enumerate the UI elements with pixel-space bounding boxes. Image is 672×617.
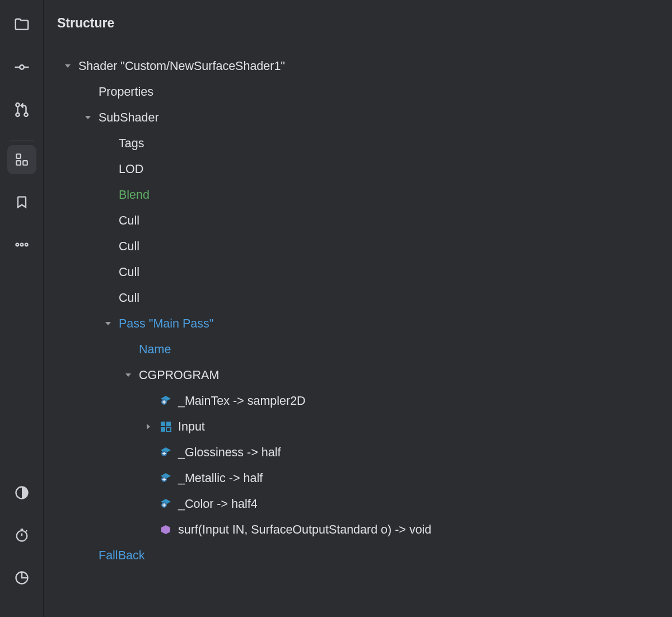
svg-point-8 xyxy=(20,244,23,246)
tree-node-name[interactable]: Name xyxy=(44,336,672,362)
tree-node-glossiness[interactable]: _Glossiness -> half xyxy=(44,440,672,465)
tree-item-label: Cull xyxy=(119,291,139,305)
more-tool-button[interactable] xyxy=(7,230,36,259)
tree-node-subshader[interactable]: SubShader xyxy=(44,105,672,130)
tree-node-blend[interactable]: Blend xyxy=(44,182,672,208)
structure-tree[interactable]: Shader "Custom/NewSurfaceShader1" Proper… xyxy=(44,53,672,568)
variable-icon xyxy=(159,497,172,511)
tree-node-fallback[interactable]: FallBack xyxy=(44,543,672,568)
tree-node-surf-func[interactable]: surf(Input IN, SurfaceOutputStandard o) … xyxy=(44,517,672,543)
tree-item-label: _Color -> half4 xyxy=(178,497,258,511)
tree-item-label: Pass "Main Pass" xyxy=(119,317,213,331)
tree-item-label: LOD xyxy=(119,162,143,176)
rail-divider xyxy=(10,140,34,141)
tree-node-lod[interactable]: LOD xyxy=(44,156,672,182)
tree-node-cull[interactable]: Cull xyxy=(44,208,672,233)
tree-item-label: Blend xyxy=(119,188,150,202)
variable-icon xyxy=(159,394,172,408)
svg-point-9 xyxy=(25,244,27,246)
tree-node-tags[interactable]: Tags xyxy=(44,130,672,156)
tree-node-cull[interactable]: Cull xyxy=(44,233,672,259)
analyze-tool-button[interactable] xyxy=(7,563,36,592)
svg-rect-16 xyxy=(161,427,165,432)
notifications-tool-button[interactable] xyxy=(7,478,36,507)
tree-item-label: surf(Input IN, SurfaceOutputStandard o) … xyxy=(178,523,431,537)
svg-point-7 xyxy=(16,244,18,246)
svg-rect-6 xyxy=(23,161,27,165)
tree-item-label: _Glossiness -> half xyxy=(178,446,281,460)
svg-point-1 xyxy=(16,103,19,106)
tool-window-rail xyxy=(0,0,44,617)
tree-node-cgprogram[interactable]: CGPROGRAM xyxy=(44,362,672,388)
bookmarks-tool-button[interactable] xyxy=(7,188,36,217)
chevron-down-icon[interactable] xyxy=(81,110,95,125)
stopwatch-icon xyxy=(14,527,30,543)
structure-panel: Structure Shader "Custom/NewSurfaceShade… xyxy=(44,0,672,617)
tree-item-label: SubShader xyxy=(99,111,159,125)
tree-item-label: Shader "Custom/NewSurfaceShader1" xyxy=(78,59,285,73)
tree-node-pass[interactable]: Pass "Main Pass" xyxy=(44,311,672,336)
variable-icon xyxy=(159,471,172,485)
commit-icon xyxy=(13,59,30,76)
svg-rect-5 xyxy=(16,161,21,165)
svg-rect-14 xyxy=(161,422,165,426)
chevron-down-icon[interactable] xyxy=(60,59,75,73)
folder-icon xyxy=(13,16,30,33)
tree-node-cull[interactable]: Cull xyxy=(44,285,672,311)
commit-tool-button[interactable] xyxy=(7,53,36,82)
tree-node-maintex[interactable]: _MainTex -> sampler2D xyxy=(44,388,672,414)
half-circle-icon xyxy=(14,485,30,501)
tree-item-label: CGPROGRAM xyxy=(139,368,219,382)
tree-item-label: FallBack xyxy=(99,549,144,563)
struct-icon xyxy=(159,420,172,433)
tree-node-color[interactable]: _Color -> half4 xyxy=(44,491,672,517)
svg-point-3 xyxy=(24,113,27,116)
chevron-right-icon[interactable] xyxy=(141,419,156,434)
bookmark-icon xyxy=(14,194,30,210)
pull-request-icon xyxy=(13,101,30,118)
chevron-down-icon[interactable] xyxy=(101,316,115,331)
tree-node-properties[interactable]: Properties xyxy=(44,79,672,105)
svg-rect-4 xyxy=(16,154,21,158)
svg-point-0 xyxy=(20,65,24,69)
pie-chart-icon xyxy=(14,570,30,586)
tree-item-label: Tags xyxy=(119,137,144,151)
svg-rect-17 xyxy=(166,427,171,432)
structure-tool-button[interactable] xyxy=(7,145,36,174)
svg-point-2 xyxy=(16,113,19,116)
tree-node-input[interactable]: Input xyxy=(44,414,672,440)
panel-title: Structure xyxy=(44,16,672,31)
tree-node-cull[interactable]: Cull xyxy=(44,259,672,285)
tree-node-metallic[interactable]: _Metallic -> half xyxy=(44,465,672,491)
pull-requests-tool-button[interactable] xyxy=(7,95,36,124)
method-icon xyxy=(159,523,172,536)
tree-item-label: Name xyxy=(139,343,171,357)
variable-icon xyxy=(159,446,172,459)
tree-item-label: Cull xyxy=(119,240,139,254)
tree-item-label: Cull xyxy=(119,214,139,228)
tree-item-label: Properties xyxy=(99,85,153,99)
tree-node-shader[interactable]: Shader "Custom/NewSurfaceShader1" xyxy=(44,53,672,79)
tree-item-label: _Metallic -> half xyxy=(178,471,263,485)
more-icon xyxy=(14,237,30,253)
tree-item-label: _MainTex -> sampler2D xyxy=(178,394,306,408)
tree-item-label: Cull xyxy=(119,265,139,279)
timer-tool-button[interactable] xyxy=(7,521,36,550)
svg-rect-15 xyxy=(166,422,171,426)
structure-icon xyxy=(15,152,29,167)
tree-item-label: Input xyxy=(178,420,205,434)
project-tool-button[interactable] xyxy=(7,10,36,39)
chevron-down-icon[interactable] xyxy=(121,368,136,382)
